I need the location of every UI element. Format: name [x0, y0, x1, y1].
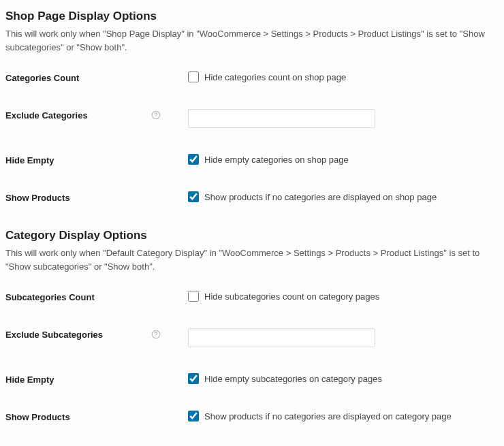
show-products-checkbox[interactable]	[188, 191, 199, 202]
hide-empty-checkbox-label[interactable]: Hide empty categories on shop page	[204, 155, 349, 165]
shop-page-description: This will work only when "Shop Page Disp…	[5, 27, 499, 54]
exclude-categories-input[interactable]	[188, 109, 375, 128]
categories-count-checkbox-label[interactable]: Hide categories count on shop page	[204, 72, 346, 82]
show-products-label: Show Products	[5, 191, 161, 203]
hide-empty-sub-checkbox[interactable]	[188, 373, 199, 384]
hide-empty-checkbox[interactable]	[188, 154, 199, 165]
show-products-row: Show Products Show products if no catego…	[5, 191, 499, 203]
subcategories-count-checkbox[interactable]	[188, 291, 199, 302]
show-products-sub-label: Show Products	[5, 411, 161, 422]
exclude-subcategories-row: Exclude Subcategories	[5, 328, 499, 347]
hide-empty-row: Hide Empty Hide empty categories on shop…	[5, 154, 499, 165]
show-products-sub-row: Show Products Show products if no catego…	[5, 411, 499, 422]
categories-count-label: Categories Count	[5, 71, 161, 83]
exclude-subcategories-input[interactable]	[188, 328, 375, 347]
show-products-checkbox-label[interactable]: Show products if no categories are displ…	[204, 192, 437, 202]
subcategories-count-label: Subcategories Count	[5, 291, 161, 302]
category-display-description: This will work only when "Default Catego…	[5, 246, 499, 273]
exclude-categories-row: Exclude Categories	[5, 109, 499, 128]
hide-empty-sub-row: Hide Empty Hide empty subcategories on c…	[5, 373, 499, 385]
svg-point-1	[156, 116, 157, 117]
categories-count-checkbox[interactable]	[188, 71, 199, 82]
subcategories-count-checkbox-label[interactable]: Hide subcategories count on category pag…	[204, 291, 379, 302]
category-display-heading: Category Display Options	[5, 229, 499, 242]
hide-empty-sub-label: Hide Empty	[5, 373, 161, 385]
exclude-subcategories-label: Exclude Subcategories	[5, 328, 147, 340]
subcategories-count-row: Subcategories Count Hide subcategories c…	[5, 291, 499, 302]
help-icon[interactable]	[151, 330, 161, 339]
exclude-categories-label: Exclude Categories	[5, 109, 147, 121]
hide-empty-label: Hide Empty	[5, 154, 161, 165]
hide-empty-sub-checkbox-label[interactable]: Hide empty subcategories on category pag…	[204, 374, 382, 384]
show-products-sub-checkbox[interactable]	[188, 411, 199, 421]
svg-point-3	[156, 336, 157, 336]
show-products-sub-checkbox-label[interactable]: Show products if no categories are displ…	[204, 411, 452, 421]
shop-page-heading: Shop Page Display Options	[5, 10, 499, 23]
categories-count-row: Categories Count Hide categories count o…	[5, 71, 499, 83]
help-icon[interactable]	[151, 110, 161, 120]
